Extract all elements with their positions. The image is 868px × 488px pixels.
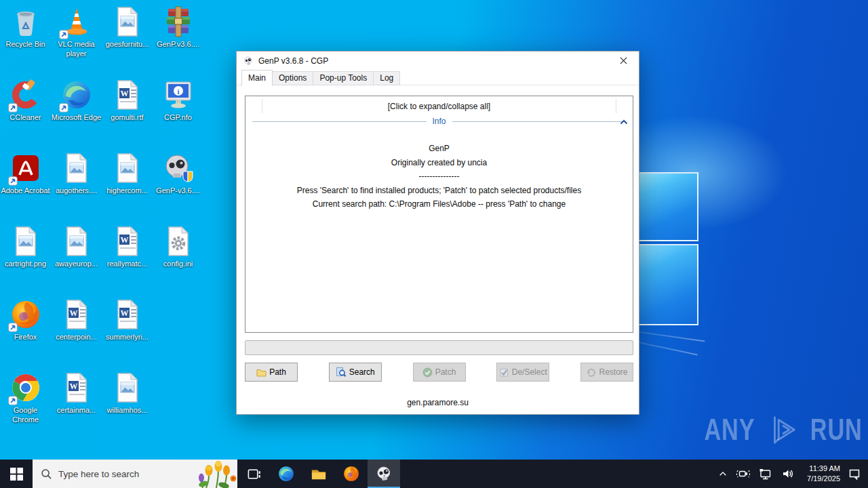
search-button[interactable]: Search [329,363,382,382]
taskbar-edge-button[interactable] [270,460,302,488]
desktop-icon-certainma[interactable]: certainma... [51,371,102,445]
desktop-icon-label: williamhos... [107,405,148,415]
desktop-icon-acrobat[interactable]: Adobe Acrobat [0,152,51,225]
shortcut-arrow-icon [59,30,68,39]
desktop-icon-goesfurnitu[interactable]: goesfurnitu... [102,5,153,79]
patch-button: Patch [413,363,466,382]
volume-tray-button[interactable] [780,466,796,482]
button-label: Restore [599,367,627,377]
search-doc-icon [336,367,347,378]
desktop-icon-reallymatc[interactable]: reallymatc... [102,225,153,298]
image-file-icon [111,152,144,184]
action-center-icon [848,467,861,481]
tab-log[interactable]: Log [373,71,400,85]
expand-collapse-header[interactable]: [Click to expand/collapse all] [245,98,633,115]
word-document-icon [111,225,144,258]
desktop-icon-label: CGP.nfo [164,113,192,122]
desktop-icon-label: Google Chrome [1,405,51,425]
taskbar-clock[interactable]: 11:39 AM 7/19/2025 [802,464,840,484]
close-button[interactable] [608,52,639,70]
task-view-button[interactable] [237,460,270,488]
shortcut-arrow-icon [8,396,18,405]
desktop-icon-grid: Recycle Bin VLC media player goesfurnitu… [0,5,203,445]
shortcut-arrow-icon [8,103,18,113]
desktop-icon-label: augothers.... [56,186,97,195]
image-file-icon [111,371,144,404]
watermark-text-any: ANY [705,413,755,447]
desktop-icon-firefox[interactable]: Firefox [0,298,51,371]
desktop-icon-label: Firefox [14,332,37,342]
action-center-button[interactable] [846,466,863,482]
folder-icon [256,367,267,378]
desktop-icon-williamhos[interactable]: williamhos... [102,371,153,445]
button-label: Path [269,367,286,377]
shortcut-arrow-icon [8,323,18,332]
ini-file-icon [162,225,195,258]
info-text-line: Press 'Search' to find installed product… [245,184,633,198]
windows-logo-pane [636,244,698,325]
window-title: GenP v3.6.8 - CGP [258,56,328,66]
desktop-icon-label: CCleaner [9,113,41,122]
desktop-icon-label: cartright.png [5,259,46,268]
desktop-icon-edge[interactable]: Microsoft Edge [51,79,102,152]
desktop-icon-config-ini[interactable]: config.ini [153,225,203,298]
info-panel: [Click to expand/collapse all] Info GenP… [245,96,633,333]
taskbar-file-explorer-button[interactable] [302,460,335,488]
desktop-icon-cartright-png[interactable]: cartright.png [0,225,51,298]
progress-bar [245,340,633,355]
tab-main[interactable]: Main [241,70,273,86]
info-section-header[interactable]: Info [252,115,626,127]
desktop-icon-awayeurop[interactable]: awayeurop... [51,225,102,298]
path-button[interactable]: Path [245,363,298,382]
desktop-icon-label: config.ini [163,259,193,268]
tab-bar: Main Options Pop-up Tools Log [237,70,639,85]
start-button[interactable] [0,460,33,488]
taskbar-firefox-button[interactable] [335,460,368,488]
genp-skull-icon [375,465,393,483]
desktop-icon-label: GenP-v3.6.... [156,186,200,195]
desktop-icon-label: certainma... [57,405,96,415]
tab-options[interactable]: Options [272,71,313,85]
button-label: Search [349,367,375,377]
tab-popup-tools[interactable]: Pop-up Tools [313,71,374,85]
section-divider-line [452,121,627,122]
restore-icon [586,367,596,378]
collapse-arrow-icon[interactable] [620,117,628,127]
tray-expand-button[interactable] [717,468,729,479]
chevron-up-icon [718,470,728,478]
task-view-icon [247,467,261,481]
window-titlebar[interactable]: GenP v3.6.8 - CGP [237,52,639,70]
desktop-icon-ccleaner[interactable]: CCleaner [0,79,51,152]
windows-logo-pane [636,172,698,241]
taskbar-search[interactable]: Type here to search [33,460,237,488]
watermark-text-run: RUN [810,413,863,447]
restore-button: Restore [580,363,633,382]
genp-app-icon [162,152,195,184]
desktop-icon-label: awayeurop... [55,259,98,268]
desktop-icon-gomulti-rtf[interactable]: gomulti.rtf [102,79,153,152]
desktop-icon-recycle-bin[interactable]: Recycle Bin [0,5,51,79]
taskbar-genp-button[interactable] [368,460,400,488]
desktop-icon-chrome[interactable]: Google Chrome [0,371,51,445]
anyrun-logo-icon [765,412,800,447]
desktop-icon-cgp-nfo[interactable]: CGP.nfo [153,79,203,152]
system-tray: 11:39 AM 7/19/2025 [717,460,868,488]
desktop-icon-genp-app[interactable]: GenP-v3.6.... [153,152,203,225]
desktop-icon-centerpoin[interactable]: centerpoin... [51,298,102,371]
search-placeholder: Type here to search [58,469,139,479]
network-tray-button[interactable] [757,466,774,482]
button-row: Path Search Patch De/Select [245,363,633,382]
meet-now-button[interactable] [735,466,751,482]
image-file-icon [9,225,42,258]
desktop-icon-augothers[interactable]: augothers.... [51,152,102,225]
desktop-icon-highercom[interactable]: highercom... [102,152,153,225]
clock-date: 7/19/2025 [802,474,840,484]
desktop-icon-genp-rar[interactable]: GenP.v3.6.... [153,5,203,79]
desktop-icon-summerlyri[interactable]: summerlyri... [102,298,153,371]
desktop-icon-vlc[interactable]: VLC media player [51,5,102,79]
desktop: W [0,0,868,488]
clock-time: 11:39 AM [802,464,840,474]
wallpaper-windows-logo [636,155,700,358]
image-file-icon [60,152,93,184]
winrar-archive-icon [162,5,195,38]
